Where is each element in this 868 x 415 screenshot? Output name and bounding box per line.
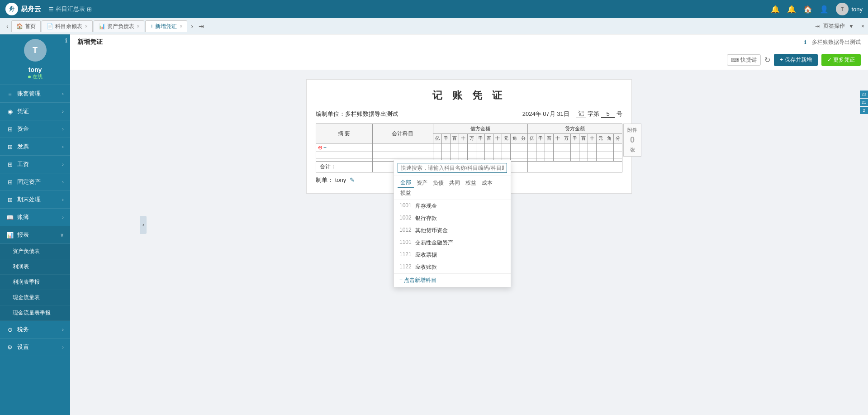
filter-btn-权益[interactable]: 权益: [463, 178, 479, 188]
credit-amount-cell[interactable]: [553, 152, 562, 155]
save-new-btn[interactable]: + 保存并新增: [774, 54, 817, 66]
list-item[interactable]: 1012其他货币资金: [394, 224, 511, 237]
credit-amount-cell[interactable]: [570, 143, 579, 152]
credit-amount-cell[interactable]: [545, 143, 553, 152]
credit-amount-cell[interactable]: [613, 155, 622, 158]
credit-amount-cell[interactable]: [562, 143, 570, 152]
sidebar-sub-balance-sheet[interactable]: 资产负债表: [0, 244, 70, 259]
summary-cell[interactable]: [316, 152, 373, 155]
credit-amount-cell[interactable]: [613, 158, 622, 162]
debit-amount-cell[interactable]: [441, 143, 450, 152]
tab-bar-right[interactable]: ⇥ 页签操作 ▼ ×: [815, 22, 864, 30]
credit-amount-cell[interactable]: [553, 155, 562, 158]
debit-amount-cell[interactable]: [450, 143, 459, 152]
sidebar-item-period-end[interactable]: ⊞ 期末处理 ›: [0, 191, 70, 209]
debit-amount-cell[interactable]: [476, 152, 484, 155]
sidebar-item-voucher[interactable]: ◉ 凭证 ›: [0, 103, 70, 120]
list-item[interactable]: 1121应收票据: [394, 249, 511, 261]
summary-cell[interactable]: [316, 155, 373, 158]
credit-amount-cell[interactable]: [579, 143, 588, 152]
sidebar-item-ledger[interactable]: 📖 账簿 ›: [0, 209, 70, 226]
sidebar-sub-cashflow[interactable]: 现金流量表: [0, 290, 70, 305]
sidebar-item-tax[interactable]: ⊙ 税务 ›: [0, 321, 70, 339]
user-settings-icon[interactable]: 👤: [820, 5, 829, 14]
filter-btn-成本[interactable]: 成本: [479, 178, 495, 188]
tab-subject-balance[interactable]: 📄 科目余额表 ×: [42, 20, 93, 32]
credit-amount-cell[interactable]: [562, 158, 570, 162]
debit-amount-cell[interactable]: [484, 155, 493, 158]
credit-amount-cell[interactable]: [545, 152, 553, 155]
list-item[interactable]: 1002银行存款: [394, 212, 511, 224]
shortcut-btn[interactable]: ⌨ 快捷键: [727, 54, 761, 66]
debit-amount-cell[interactable]: [467, 152, 476, 155]
sidebar-item-salary[interactable]: ⊞ 工资 ›: [0, 156, 70, 173]
debit-amount-cell[interactable]: [441, 152, 450, 155]
debit-amount-cell[interactable]: [519, 152, 527, 155]
debit-amount-cell[interactable]: [459, 143, 467, 152]
summary-cell[interactable]: [316, 158, 373, 162]
credit-amount-cell[interactable]: [527, 155, 536, 158]
debit-amount-cell[interactable]: [510, 158, 519, 162]
debit-amount-cell[interactable]: [493, 143, 502, 152]
filter-btn-共同[interactable]: 共同: [446, 178, 463, 188]
credit-amount-cell[interactable]: [588, 152, 596, 155]
credit-amount-cell[interactable]: [596, 143, 605, 152]
debit-amount-cell[interactable]: [484, 143, 493, 152]
del-row-icon[interactable]: ⊖: [318, 144, 323, 151]
subject-cell[interactable]: [372, 152, 433, 155]
subject-cell[interactable]: [372, 143, 433, 152]
dropdown-add-btn[interactable]: + 点击新增科目: [394, 273, 511, 287]
sidebar-item-accounts[interactable]: ≡ 账套管理 ›: [0, 85, 70, 103]
debit-amount-cell[interactable]: [441, 155, 450, 158]
credit-amount-cell[interactable]: [570, 155, 579, 158]
credit-amount-cell[interactable]: [545, 158, 553, 162]
credit-amount-cell[interactable]: [562, 155, 570, 158]
side-num-3[interactable]: 2: [860, 107, 868, 114]
credit-amount-cell[interactable]: [536, 143, 545, 152]
tab-next-btn[interactable]: ›: [188, 21, 196, 32]
debit-amount-cell[interactable]: [476, 155, 484, 158]
tab-close-3[interactable]: ×: [180, 24, 182, 29]
debit-amount-cell[interactable]: [467, 143, 476, 152]
credit-amount-cell[interactable]: [553, 143, 562, 152]
more-voucher-btn[interactable]: ✓ 更多凭证: [821, 54, 861, 66]
filter-btn-全部[interactable]: 全部: [398, 178, 414, 188]
credit-amount-cell[interactable]: [579, 152, 588, 155]
sidebar-info-btn[interactable]: ℹ: [65, 37, 67, 44]
debit-amount-cell[interactable]: [433, 152, 441, 155]
sidebar-item-invoice[interactable]: ⊞ 发票 ›: [0, 138, 70, 156]
debit-amount-cell[interactable]: [519, 158, 527, 162]
close-all-icon[interactable]: ×: [861, 23, 864, 29]
debit-amount-cell[interactable]: [433, 155, 441, 158]
debit-amount-cell[interactable]: [467, 155, 476, 158]
debit-amount-cell[interactable]: [519, 143, 527, 152]
debit-amount-cell[interactable]: [493, 152, 502, 155]
debit-amount-cell[interactable]: [459, 155, 467, 158]
subject-cell[interactable]: [372, 155, 433, 158]
debit-amount-cell[interactable]: [502, 143, 510, 152]
credit-amount-cell[interactable]: [596, 152, 605, 155]
summary-cell[interactable]: ⊖+: [316, 143, 373, 152]
tab-close-1[interactable]: ×: [85, 24, 88, 29]
sidebar-sub-income[interactable]: 利润表: [0, 259, 70, 275]
debit-amount-cell[interactable]: [476, 143, 484, 152]
credit-amount-cell[interactable]: [570, 152, 579, 155]
credit-amount-cell[interactable]: [605, 158, 613, 162]
credit-amount-cell[interactable]: [553, 158, 562, 162]
bell-icon[interactable]: 🔔: [771, 5, 780, 14]
debit-amount-cell[interactable]: [510, 152, 519, 155]
credit-amount-cell[interactable]: [579, 155, 588, 158]
debit-amount-cell[interactable]: [502, 152, 510, 155]
list-item[interactable]: 1122应收账款: [394, 261, 511, 273]
tab-new-voucher[interactable]: + 新增凭证 ×: [145, 20, 187, 32]
credit-amount-cell[interactable]: [588, 143, 596, 152]
sidebar-sub-cashflow-quarterly[interactable]: 现金流量表季报: [0, 305, 70, 321]
tab-balance-sheet[interactable]: 📊 资产负债表 ×: [94, 20, 145, 32]
credit-amount-cell[interactable]: [605, 152, 613, 155]
tab-home[interactable]: 🏠 首页: [11, 20, 41, 32]
nav-item-summary[interactable]: ☰ 科目汇总表 ⊞: [48, 5, 92, 13]
credit-amount-cell[interactable]: [588, 158, 596, 162]
sidebar-collapse-btn[interactable]: ‹: [140, 216, 147, 234]
credit-amount-cell[interactable]: [527, 143, 536, 152]
edit-icon[interactable]: ✎: [350, 176, 355, 183]
